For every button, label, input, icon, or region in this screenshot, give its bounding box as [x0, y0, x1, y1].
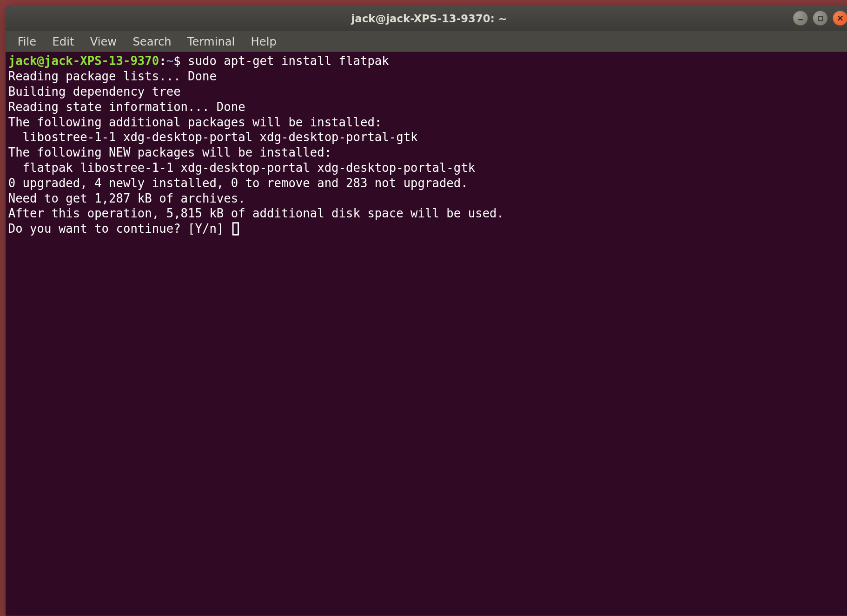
output-line: Reading package lists... Done — [8, 69, 217, 83]
output-line: Reading state information... Done — [8, 100, 245, 114]
output-line: 0 upgraded, 4 newly installed, 0 to remo… — [8, 176, 468, 190]
menu-file[interactable]: File — [10, 32, 45, 51]
close-icon — [837, 15, 843, 21]
window-title: jack@jack-XPS-13-9370: ~ — [351, 12, 507, 25]
prompt-separator: : — [159, 54, 166, 68]
output-line: The following additional packages will b… — [8, 115, 382, 129]
maximize-button[interactable] — [813, 11, 827, 25]
menu-view[interactable]: View — [82, 32, 125, 51]
output-line: Building dependency tree — [8, 85, 181, 98]
output-line: libostree-1-1 xdg-desktop-portal xdg-des… — [8, 130, 418, 144]
close-button[interactable] — [833, 11, 847, 25]
menu-terminal[interactable]: Terminal — [179, 32, 243, 51]
output-line: flatpak libostree-1-1 xdg-desktop-portal… — [8, 161, 475, 175]
maximize-icon — [817, 14, 824, 22]
output-line: Do you want to continue? [Y/n] — [8, 222, 231, 236]
output-line: Need to get 1,287 kB of archives. — [8, 191, 245, 205]
prompt-user-host: jack@jack-XPS-13-9370 — [8, 54, 159, 68]
terminal-output[interactable]: jack@jack-XPS-13-9370:~$ sudo apt-get in… — [6, 52, 847, 616]
menu-edit[interactable]: Edit — [44, 32, 82, 51]
window-controls — [793, 11, 847, 25]
scrollbar[interactable] — [843, 52, 847, 616]
output-line: After this operation, 5,815 kB of additi… — [8, 207, 504, 221]
titlebar: jack@jack-XPS-13-9370: ~ — [6, 6, 847, 31]
menu-search[interactable]: Search — [125, 32, 179, 51]
prompt-symbol: $ — [173, 54, 180, 68]
terminal-cursor — [232, 223, 239, 236]
terminal-window: jack@jack-XPS-13-9370: ~ File Edit View … — [6, 6, 847, 616]
menubar: File Edit View Search Terminal Help — [6, 31, 847, 52]
svg-rect-1 — [818, 16, 822, 20]
minimize-icon — [797, 14, 804, 22]
menu-help[interactable]: Help — [243, 32, 285, 51]
prompt-path: ~ — [166, 54, 173, 68]
command-text: sudo apt-get install flatpak — [188, 54, 389, 68]
minimize-button[interactable] — [793, 11, 807, 25]
output-line: The following NEW packages will be insta… — [8, 145, 331, 159]
